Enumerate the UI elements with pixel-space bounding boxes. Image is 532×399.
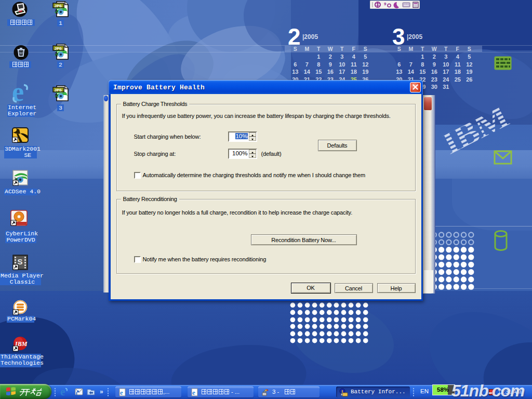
svg-text:9: 9 — [384, 2, 387, 6]
svg-text:e: e — [60, 387, 65, 397]
svg-text:JPG: JPG — [54, 4, 62, 8]
svg-text:e: e — [120, 389, 123, 396]
svg-text:e: e — [192, 389, 195, 396]
svg-text:JPG: JPG — [54, 46, 62, 51]
svg-text:»: » — [100, 388, 103, 395]
svg-text:JPG: JPG — [54, 88, 62, 92]
